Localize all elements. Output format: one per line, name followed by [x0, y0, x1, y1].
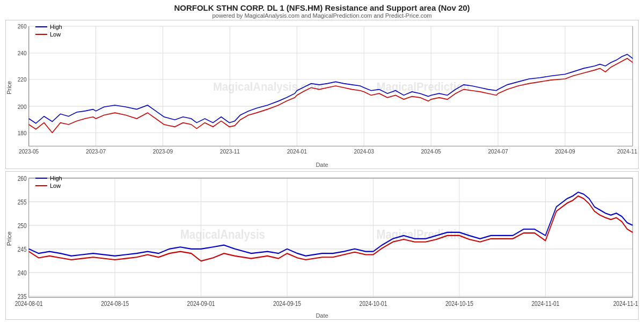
svg-text:2024-08-01: 2024-08-01 — [15, 299, 43, 306]
x-axis-label-1: Date — [6, 161, 638, 169]
svg-text:240: 240 — [18, 50, 27, 56]
svg-text:Price: Price — [6, 81, 13, 94]
chart-panel-2: High Low — [5, 171, 639, 320]
svg-text:2024-09: 2024-09 — [555, 148, 575, 155]
svg-text:180: 180 — [18, 129, 27, 136]
svg-text:2023-09: 2023-09 — [153, 148, 173, 155]
legend-high-label-2: High — [50, 175, 62, 181]
svg-text:240: 240 — [18, 269, 27, 276]
svg-text:2024-07: 2024-07 — [488, 148, 508, 155]
svg-text:2024-01: 2024-01 — [287, 148, 307, 155]
svg-text:260: 260 — [18, 23, 27, 30]
legend-high-line-2 — [35, 178, 47, 179]
legend-high-label-1: High — [50, 24, 62, 30]
svg-text:2024-11: 2024-11 — [617, 148, 637, 155]
svg-text:2023-05: 2023-05 — [19, 148, 39, 155]
charts-container: High Low — [0, 20, 644, 322]
svg-text:2024-11-15: 2024-11-15 — [613, 299, 638, 306]
chart-svg-1: 260 240 220 200 180 — [6, 20, 638, 161]
page-title: NORFOLK STHN CORP. DL 1 (NFS.HM) Resista… — [0, 3, 644, 12]
legend-low-line-2 — [35, 185, 47, 186]
svg-text:235: 235 — [18, 292, 27, 299]
svg-text:Price: Price — [6, 231, 12, 246]
legend-low-line-1 — [35, 34, 47, 35]
svg-text:MagicalPrediction: MagicalPrediction — [377, 80, 470, 93]
svg-text:2024-10-15: 2024-10-15 — [445, 299, 473, 306]
chart-area-2: High Low — [6, 172, 638, 312]
svg-text:245: 245 — [18, 245, 27, 252]
chart-panel-1: High Low — [5, 20, 639, 169]
legend-high-1: High — [35, 24, 62, 30]
svg-text:250: 250 — [18, 222, 27, 229]
legend-high-line-1 — [35, 26, 47, 27]
chart-area-1: High Low — [6, 20, 638, 161]
svg-text:2023-07: 2023-07 — [86, 148, 106, 155]
svg-text:260: 260 — [18, 174, 27, 181]
chart-svg-2: 260 255 250 245 240 235 — [6, 172, 638, 312]
svg-text:2024-08-15: 2024-08-15 — [101, 299, 129, 306]
legend-1: High Low — [35, 24, 62, 38]
legend-low-label-2: Low — [50, 182, 61, 189]
svg-text:2024-10-01: 2024-10-01 — [360, 299, 387, 306]
svg-text:2023-11: 2023-11 — [220, 148, 240, 155]
legend-high-2: High — [35, 175, 62, 181]
svg-text:2024-09-01: 2024-09-01 — [187, 299, 215, 306]
legend-low-label-1: Low — [50, 31, 61, 38]
svg-text:2024-09-15: 2024-09-15 — [273, 299, 301, 306]
high-line-1 — [29, 54, 633, 123]
legend-low-1: Low — [35, 31, 62, 38]
legend-low-2: Low — [35, 182, 62, 189]
svg-text:2024-05: 2024-05 — [421, 148, 441, 155]
svg-text:2024-11-01: 2024-11-01 — [531, 299, 559, 306]
x-axis-label-2: Date — [6, 312, 638, 319]
low-line-2 — [29, 196, 633, 261]
svg-text:200: 200 — [18, 103, 27, 109]
svg-text:220: 220 — [18, 76, 27, 83]
svg-text:255: 255 — [18, 198, 27, 205]
page-subtitle: powered by MagicalAnalysis.com and Magic… — [0, 12, 644, 19]
svg-text:MagicalAnalysis.com: MagicalAnalysis.com — [213, 80, 323, 93]
legend-2: High Low — [35, 175, 62, 189]
svg-text:MagicalPrediction: MagicalPrediction — [377, 227, 470, 241]
header: NORFOLK STHN CORP. DL 1 (NFS.HM) Resista… — [0, 0, 644, 20]
svg-text:2024-03: 2024-03 — [354, 148, 374, 155]
low-line-1 — [29, 58, 633, 133]
svg-text:MagicalAnalysis: MagicalAnalysis — [180, 227, 265, 241]
page-wrapper: NORFOLK STHN CORP. DL 1 (NFS.HM) Resista… — [0, 0, 644, 322]
